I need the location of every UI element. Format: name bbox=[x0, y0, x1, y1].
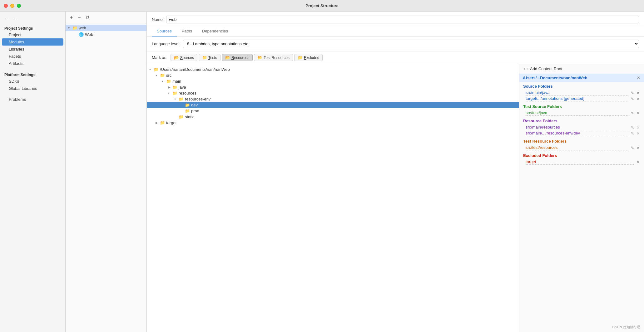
ftree-static[interactable]: 📁 static bbox=[147, 114, 519, 120]
mark-test-resources-button[interactable]: 📂 Test Resources bbox=[254, 54, 293, 61]
edit-resource-2-button[interactable]: ✎ bbox=[630, 131, 635, 136]
mark-sources-label: Sources bbox=[180, 56, 194, 60]
sidebar-item-libraries[interactable]: Libraries bbox=[0, 46, 65, 53]
sidebar-item-facets[interactable]: Facets bbox=[0, 53, 65, 60]
forward-button[interactable]: → bbox=[12, 16, 16, 21]
sidebar-item-sdks[interactable]: SDKs bbox=[0, 78, 65, 85]
tab-sources[interactable]: Sources bbox=[152, 26, 177, 37]
mark-tests-button[interactable]: 📁 Tests bbox=[199, 54, 220, 61]
resource-folder-actions-1: ✎ ✕ bbox=[630, 125, 640, 130]
tree-item-web[interactable]: ▾ 📁 web bbox=[66, 25, 146, 31]
resource-folder-entry-2: src/main/.../resources-env/dev ✎ ✕ bbox=[523, 130, 640, 136]
edit-source-1-button[interactable]: ✎ bbox=[630, 91, 635, 95]
ftree-arrow-resources[interactable]: ▾ bbox=[168, 91, 172, 95]
sidebar-item-artifacts[interactable]: Artifacts bbox=[0, 60, 65, 67]
ftree-icon-static: 📁 bbox=[179, 115, 184, 119]
edit-test-source-1-button[interactable]: ✎ bbox=[630, 111, 635, 115]
ftree-resources[interactable]: ▾ 📁 resources bbox=[147, 90, 519, 96]
edit-source-2-button[interactable]: ✎ bbox=[630, 97, 635, 101]
ftree-arrow-resources-env[interactable]: ▾ bbox=[174, 97, 179, 101]
platform-settings-heading: Platform Settings bbox=[0, 71, 65, 78]
resources-folder-icon: 📂 bbox=[225, 55, 230, 60]
tab-dependencies[interactable]: Dependencies bbox=[197, 26, 233, 37]
ftree-target[interactable]: ▶ 📁 target bbox=[147, 120, 519, 126]
maximize-button[interactable] bbox=[17, 4, 21, 8]
ftree-label-resources: resources bbox=[179, 91, 196, 95]
source-folder-entry-2: target/.../annotations [generated] ✎ ✕ bbox=[523, 96, 640, 102]
tree-arrow-web[interactable]: ▾ bbox=[68, 26, 72, 30]
remove-resource-2-button[interactable]: ✕ bbox=[636, 131, 640, 136]
mark-resources-button[interactable]: 📂 Resources bbox=[222, 54, 253, 61]
content-root-close-button[interactable]: ✕ bbox=[637, 76, 640, 80]
resource-folders-section: Resource Folders src/main/resources ✎ ✕ … bbox=[519, 117, 644, 137]
sidebar-item-global-libraries[interactable]: Global Libraries bbox=[0, 85, 65, 92]
watermark: CSDN @知楠行易 bbox=[612, 325, 640, 330]
minimize-button[interactable] bbox=[10, 4, 14, 8]
source-folder-actions-1: ✎ ✕ bbox=[630, 91, 640, 95]
content-area: ▾ 📁 /Users/nanan/Documents/nan/nanWeb ▾ … bbox=[147, 64, 644, 332]
module-tree-panel: + − ⧉ ▾ 📁 web 🌐 Web bbox=[66, 12, 147, 332]
add-module-button[interactable]: + bbox=[69, 14, 74, 21]
back-button[interactable]: ← bbox=[4, 16, 9, 21]
ftree-arrow-main[interactable]: ▾ bbox=[162, 80, 166, 83]
name-input[interactable] bbox=[166, 16, 639, 23]
plus-icon: + bbox=[523, 66, 526, 71]
ftree-icon-dev: 📁 bbox=[185, 103, 190, 107]
sidebar-item-problems[interactable]: Problems bbox=[0, 96, 65, 103]
ftree-main[interactable]: ▾ 📁 main bbox=[147, 78, 519, 84]
name-label: Name: bbox=[152, 17, 164, 22]
resource-folder-path-1: src/main/resources bbox=[526, 125, 628, 130]
edit-resource-1-button[interactable]: ✎ bbox=[630, 125, 635, 130]
source-folders-title: Source Folders bbox=[523, 84, 640, 89]
folder-icon-web: 📁 bbox=[72, 26, 77, 30]
ftree-arrow-target[interactable]: ▶ bbox=[156, 121, 160, 124]
excluded-folder-entry-1: target ✕ bbox=[523, 159, 640, 165]
right-panel: Name: Sources Paths Dependencies Languag… bbox=[147, 12, 644, 332]
tab-paths[interactable]: Paths bbox=[177, 26, 197, 37]
excluded-folder-path-1: target bbox=[526, 159, 634, 165]
main-layout: ← → Project Settings Project Modules Lib… bbox=[0, 12, 644, 332]
excluded-folder-actions-1: ✕ bbox=[636, 160, 640, 164]
mark-excluded-button[interactable]: 📁 Excluded bbox=[294, 54, 323, 61]
test-source-folders-section: Test Source Folders src/test/java ✎ ✕ bbox=[519, 102, 644, 117]
remove-test-source-1-button[interactable]: ✕ bbox=[636, 111, 640, 115]
source-folders-section: Source Folders src/main/java ✎ ✕ target/… bbox=[519, 82, 644, 102]
edit-test-resource-1-button[interactable]: ✎ bbox=[630, 146, 635, 150]
resource-folder-entry-1: src/main/resources ✎ ✕ bbox=[523, 124, 640, 130]
ftree-arrow-root[interactable]: ▾ bbox=[149, 68, 154, 71]
copy-module-button[interactable]: ⧉ bbox=[85, 14, 91, 21]
ftree-prod[interactable]: 📁 prod bbox=[147, 108, 519, 114]
ftree-src[interactable]: ▾ 📁 src bbox=[147, 72, 519, 78]
test-resource-folder-entry-1: src/test/resources ✎ ✕ bbox=[523, 145, 640, 151]
tree-item-web-sdk[interactable]: 🌐 Web bbox=[66, 31, 146, 38]
ftree-java[interactable]: ▶ 📁 java bbox=[147, 84, 519, 90]
name-row: Name: bbox=[147, 12, 644, 26]
lang-level-select[interactable]: 8 - Lambdas, type annotations etc. 11 - … bbox=[183, 40, 639, 48]
remove-excluded-1-button[interactable]: ✕ bbox=[636, 160, 640, 164]
window-title: Project Structure bbox=[305, 3, 338, 8]
mark-resources-label: Resources bbox=[231, 56, 249, 60]
remove-module-button[interactable]: − bbox=[77, 14, 82, 21]
close-button[interactable] bbox=[4, 4, 8, 8]
resource-folder-actions-2: ✎ ✕ bbox=[630, 131, 640, 136]
ftree-icon-main: 📁 bbox=[166, 79, 171, 84]
tree-label-web-sdk: Web bbox=[85, 32, 93, 37]
remove-test-resource-1-button[interactable]: ✕ bbox=[636, 146, 640, 150]
remove-source-2-button[interactable]: ✕ bbox=[636, 97, 640, 101]
ftree-label-resources-env: resources-env bbox=[185, 97, 211, 101]
mark-sources-button[interactable]: 📂 Sources bbox=[171, 54, 197, 61]
ftree-dev[interactable]: 📁 dev bbox=[147, 102, 519, 108]
add-content-root-button[interactable]: + + Add Content Root bbox=[523, 66, 562, 71]
remove-source-1-button[interactable]: ✕ bbox=[636, 91, 640, 95]
ftree-arrow-src[interactable]: ▾ bbox=[156, 74, 160, 77]
test-resources-folder-icon: 📂 bbox=[257, 55, 262, 60]
traffic-lights bbox=[4, 4, 21, 8]
web-icon: 🌐 bbox=[79, 32, 84, 37]
sidebar-item-modules[interactable]: Modules bbox=[2, 38, 63, 46]
sidebar-item-project[interactable]: Project bbox=[0, 31, 65, 38]
ftree-root[interactable]: ▾ 📁 /Users/nanan/Documents/nan/nanWeb bbox=[147, 66, 519, 72]
remove-resource-1-button[interactable]: ✕ bbox=[636, 125, 640, 130]
resource-folders-title: Resource Folders bbox=[523, 119, 640, 123]
ftree-arrow-java[interactable]: ▶ bbox=[168, 85, 172, 89]
ftree-resources-env[interactable]: ▾ 📁 resources-env bbox=[147, 96, 519, 102]
